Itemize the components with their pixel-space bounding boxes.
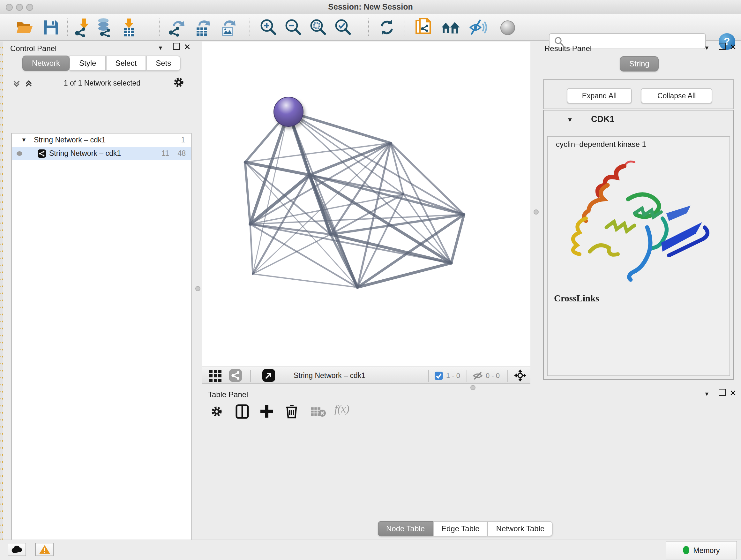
tab-sets[interactable]: Sets <box>146 56 181 71</box>
current-network-name: String Network – cdk1 <box>293 372 365 379</box>
panel-float-icon[interactable] <box>719 389 726 396</box>
toolbar-separator <box>368 18 369 36</box>
panel-float-icon[interactable] <box>173 43 180 50</box>
panel-close-icon[interactable]: ✕ <box>184 42 191 52</box>
protein-structure-image <box>553 152 721 289</box>
network-edge[interactable] <box>253 112 288 274</box>
network-view-toolbar: String Network – cdk1 1 - 0 0 - 0 <box>202 367 530 384</box>
import-network-icon <box>73 18 92 37</box>
collapse-all-button[interactable]: Collapse All <box>641 88 712 104</box>
string-home-icon <box>441 19 460 36</box>
network-node-count: 11 <box>161 147 169 160</box>
memory-button[interactable]: Memory <box>666 541 737 559</box>
expand-all-button[interactable]: Expand All <box>567 88 632 104</box>
open-session-button[interactable] <box>15 18 35 37</box>
panel-close-icon[interactable]: ✕ <box>730 388 737 398</box>
export-image-icon <box>218 18 238 37</box>
toolbar-separator <box>159 18 159 36</box>
network-edge[interactable] <box>253 274 357 287</box>
refresh-button[interactable] <box>377 18 396 37</box>
collection-count: 1 <box>181 133 185 147</box>
toolbar-separator <box>428 370 429 382</box>
zoom-in-icon <box>259 18 278 37</box>
network-node-ccnb2[interactable] <box>274 97 303 126</box>
tab-network-table[interactable]: Network Table <box>488 521 553 537</box>
cloud-icon <box>11 545 23 554</box>
network-edge[interactable] <box>357 263 451 287</box>
network-graph <box>202 42 530 367</box>
panel-menu-icon[interactable]: ▼ <box>704 45 710 51</box>
network-edge[interactable] <box>288 112 391 143</box>
export-table-icon <box>193 18 212 37</box>
title-bar: Session: New Session <box>0 0 741 15</box>
collapse-all-networks-icon[interactable] <box>12 79 21 88</box>
delete-table-icon[interactable] <box>311 407 326 417</box>
zoom-fit-button[interactable] <box>308 18 327 37</box>
network-edge[interactable] <box>331 234 451 263</box>
hide-unhide-button[interactable] <box>468 18 488 37</box>
expand-all-networks-icon[interactable] <box>24 79 33 88</box>
panel-float-icon[interactable] <box>719 43 726 50</box>
tab-network[interactable]: Network <box>22 56 70 71</box>
add-column-icon[interactable] <box>260 404 274 418</box>
panel-close-icon[interactable]: ✕ <box>730 42 737 52</box>
tab-node-table[interactable]: Node Table <box>378 521 433 537</box>
export-table-button[interactable] <box>193 18 212 37</box>
left-splitter-grip[interactable] <box>195 286 200 291</box>
table-gear-icon[interactable] <box>211 406 223 418</box>
birds-eye-view-icon[interactable] <box>209 370 221 382</box>
function-builder-icon[interactable]: f(x) <box>334 403 349 416</box>
network-edge[interactable] <box>310 175 464 214</box>
network-options-gear-icon[interactable] <box>173 77 185 88</box>
save-session-button[interactable] <box>42 18 61 37</box>
panel-menu-icon[interactable]: ▼ <box>704 391 710 397</box>
table-panel-title: Table Panel <box>208 390 248 399</box>
results-buttons-box: Expand All Collapse All <box>543 79 734 109</box>
zoom-in-button[interactable] <box>259 18 278 37</box>
export-network-button[interactable] <box>166 18 186 37</box>
tab-style[interactable]: Style <box>70 56 106 71</box>
memory-status-dot <box>683 546 689 554</box>
string-tab-icon[interactable] <box>229 369 242 382</box>
entry-collapse-icon[interactable]: ▼ <box>567 116 573 123</box>
network-edge[interactable] <box>245 162 250 224</box>
left-dock-grip[interactable] <box>0 42 3 540</box>
tab-select[interactable]: Select <box>106 56 146 71</box>
status-bar: Memory <box>0 540 741 560</box>
clone-network-button[interactable] <box>414 18 433 37</box>
hidden-eye-icon[interactable] <box>472 371 483 381</box>
sphere-button[interactable] <box>498 18 517 37</box>
network-edge[interactable] <box>253 143 391 274</box>
network-canvas[interactable] <box>202 42 530 367</box>
string-home-button[interactable] <box>441 18 460 37</box>
tab-edge-table[interactable]: Edge Table <box>433 521 488 537</box>
warning-status-button[interactable] <box>35 543 54 556</box>
zoom-selected-button[interactable] <box>333 18 352 37</box>
panel-menu-icon[interactable]: ▼ <box>158 45 163 51</box>
main-toolbar: ? <box>0 14 741 41</box>
network-collection-row[interactable]: ▼ String Network – cdk1 1 <box>12 133 191 147</box>
toolbar-separator <box>67 18 68 36</box>
import-network-button[interactable] <box>73 18 92 37</box>
clone-network-icon <box>414 18 433 37</box>
collection-expand-icon[interactable]: ▼ <box>21 133 27 147</box>
network-row-selected[interactable]: String Network – cdk1 11 48 <box>12 147 191 160</box>
tab-string-results[interactable]: String <box>620 56 659 71</box>
zoom-out-button[interactable] <box>283 18 302 37</box>
cloud-status-button[interactable] <box>8 543 26 556</box>
fit-selected-move-icon[interactable] <box>514 369 527 382</box>
hide-unhide-icon <box>468 18 488 37</box>
delete-column-icon[interactable] <box>285 403 298 419</box>
selected-node-edge-counts: 1 - 0 <box>446 372 460 379</box>
network-edge[interactable] <box>250 224 253 274</box>
export-image-button[interactable] <box>218 18 238 37</box>
entry-content: cyclin–dependent kinase 1 <box>547 136 730 376</box>
selected-checkbox[interactable] <box>434 372 443 380</box>
toolbar-separator <box>508 370 508 382</box>
show-column-icon[interactable] <box>235 404 249 419</box>
zoom-fit-icon <box>308 18 327 37</box>
open-in-window-icon[interactable] <box>262 369 275 382</box>
import-database-button[interactable] <box>96 18 115 37</box>
import-table-button[interactable] <box>119 18 138 37</box>
memory-label: Memory <box>693 546 720 554</box>
